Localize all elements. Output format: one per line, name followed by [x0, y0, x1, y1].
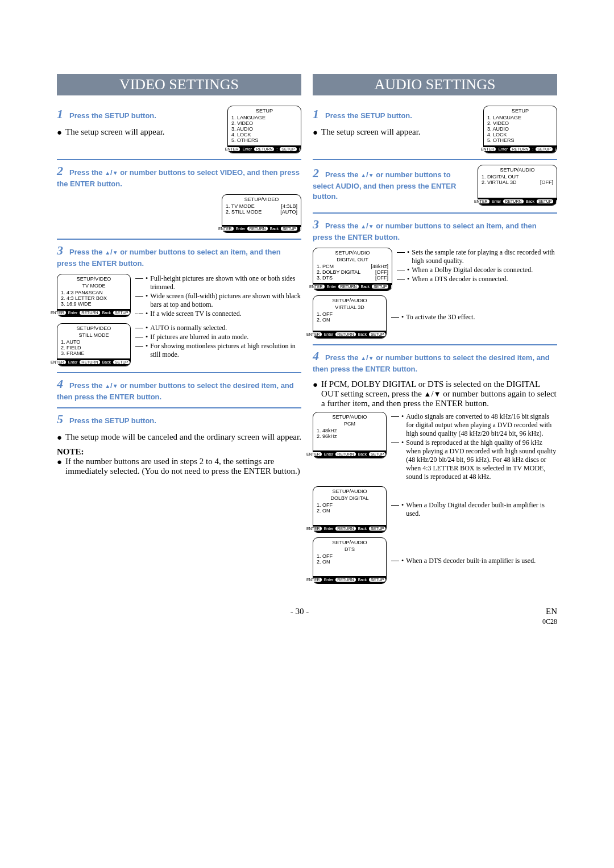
up-icon [424, 389, 432, 398]
divider [57, 159, 301, 160]
bullet-icon: ● [313, 127, 318, 137]
divider [57, 239, 301, 240]
k: RETURN [335, 578, 355, 582]
t: Enter [236, 227, 246, 231]
osd-sub: TV MODE [61, 283, 127, 289]
k: ENTER [305, 578, 322, 582]
t: Back [102, 311, 111, 315]
t: AUTO is normally selected. [150, 324, 227, 332]
divider [57, 407, 301, 408]
divider [313, 212, 557, 214]
t: Back [358, 578, 367, 582]
k: SETUP [113, 360, 130, 364]
osd-title: SETUP/AUDIO [317, 414, 383, 420]
key-setup: SETUP [281, 227, 297, 231]
connector-line [135, 296, 143, 309]
connector-line [135, 328, 143, 332]
k: ENTER [49, 360, 66, 364]
t: Exit [388, 452, 395, 456]
connector-line [135, 346, 143, 359]
t: For showing motionless pictures at high … [150, 342, 301, 359]
down-icon [368, 170, 374, 179]
t: Press the [325, 170, 360, 179]
osd-item: 3. 16:9 WIDE [61, 301, 127, 307]
t: Enter [324, 578, 334, 582]
t: Enter [327, 285, 337, 289]
t: Back [526, 199, 535, 203]
connector-line [397, 279, 405, 283]
osd-footer: ENTEREnter RETURNBack SETUPExit [478, 198, 557, 205]
osd-tvmode: SETUP/VIDEO TV MODE 1. 4:3 PAN&SCAN 2. 4… [57, 274, 131, 317]
k: ENTER [479, 147, 496, 151]
osd-item: 3. AUDIO [487, 126, 553, 132]
k: SETUP [369, 578, 385, 582]
t: Enter [324, 527, 334, 531]
step-heading: Press the / or number buttons to select … [57, 248, 281, 268]
video-step1-text: 1 Press the SETUP button. ● The setup sc… [57, 103, 223, 137]
t: Exit [388, 578, 395, 582]
osd-footer: ENTEREnter RETURNBack SETUPExit [57, 358, 130, 366]
osd-item: 5. OTHERS [487, 137, 553, 143]
up-icon [105, 168, 110, 177]
note-heading: NOTE: [57, 447, 301, 457]
step-number: 4 [313, 349, 323, 364]
osd-title: SETUP [487, 108, 553, 114]
t: Back [102, 360, 111, 364]
osd-item: 1. DIGITAL OUT [482, 174, 519, 180]
key-enter-t: Enter [242, 147, 252, 151]
key-enter: ENTER [217, 227, 234, 231]
osd-stillmode: SETUP/VIDEO STILL MODE 1. AUTO 2. FIELD … [57, 323, 131, 366]
osd-item: 3. FRAME [61, 350, 127, 356]
k: RETURN [335, 332, 355, 336]
osd-setup: SETUP 1. LANGUAGE 2. VIDEO 3. AUDIO 4. L… [227, 106, 301, 153]
osd-footer: ENTEREnter RETURN: SETUPExit [484, 145, 557, 153]
k: RETURN [510, 147, 530, 151]
osd-video: SETUP/VIDEO 1. TV MODE[4:3LB] 2. STILL M… [222, 194, 301, 233]
step-body: The setup mode will be canceled and the … [65, 432, 301, 442]
k: SETUP [369, 527, 385, 531]
k: RETURN [338, 285, 358, 289]
osd-title: SETUP/AUDIO [317, 250, 388, 256]
digout-explain: •Sets the sample rate for playing a disc… [397, 248, 557, 284]
osd-title: SETUP/VIDEO [226, 197, 297, 202]
connector-line [397, 252, 405, 265]
osd-title: SETUP/AUDIO [317, 298, 383, 303]
osd-item: 1. TV MODE [226, 203, 255, 209]
connector-line [391, 505, 399, 518]
page-number: - 30 - [291, 607, 309, 626]
osd-pcm: SETUP/AUDIO PCM 1. 48kHz 2. 96kHz ENTERE… [313, 412, 387, 458]
connector-line [135, 278, 143, 291]
osd-title: SETUP/VIDEO [61, 326, 127, 331]
osd-title: SETUP/AUDIO [317, 489, 383, 494]
k: RETURN [80, 311, 99, 315]
step-heading: Press the SETUP button. [69, 416, 156, 425]
osd-item: 1. 48kHz [317, 428, 383, 433]
key-setup: SETUP [280, 147, 296, 151]
key-return: RETURN [254, 147, 274, 151]
k: ENTER [305, 452, 322, 456]
connector-line [391, 416, 399, 438]
step-number: 5 [57, 412, 67, 427]
t: To activate the 3D effect. [406, 313, 475, 322]
osd-digital-out: SETUP/AUDIO DIGITAL OUT 1. PCM[48kHz] 2.… [313, 248, 392, 291]
t: Back [270, 227, 279, 231]
audio-banner: AUDIO SETTINGS [313, 74, 557, 95]
t: Audio signals are converted to 48 kHz/16… [406, 412, 557, 438]
connector-line [135, 337, 143, 341]
t: Back [361, 285, 370, 289]
osd-dolby: SETUP/AUDIO DOLBY DIGITAL 1. OFF 2. ON E… [313, 486, 387, 533]
down-icon [113, 381, 118, 390]
k: SETUP [372, 285, 388, 289]
osd-dts: SETUP/AUDIO DTS 1. OFF 2. ON ENTEREnter … [313, 537, 387, 584]
page-footer: - 30 - EN 0C28 [57, 607, 557, 626]
connector-line [391, 317, 399, 322]
manual-page: VIDEO SETTINGS 1 Press the SETUP button.… [0, 0, 614, 660]
up-icon [360, 222, 366, 230]
step-heading: Press the / or number buttons to select … [313, 353, 550, 373]
video-banner: VIDEO SETTINGS [57, 74, 301, 95]
two-columns: VIDEO SETTINGS 1 Press the SETUP button.… [57, 74, 557, 584]
v3d-explain: •To activate the 3D effect. [391, 312, 475, 322]
t: Sound is reproduced at the high quality … [406, 439, 557, 481]
osd-item: 2. FIELD [61, 345, 127, 350]
step-heading: Press the / or number buttons to select … [313, 170, 456, 201]
